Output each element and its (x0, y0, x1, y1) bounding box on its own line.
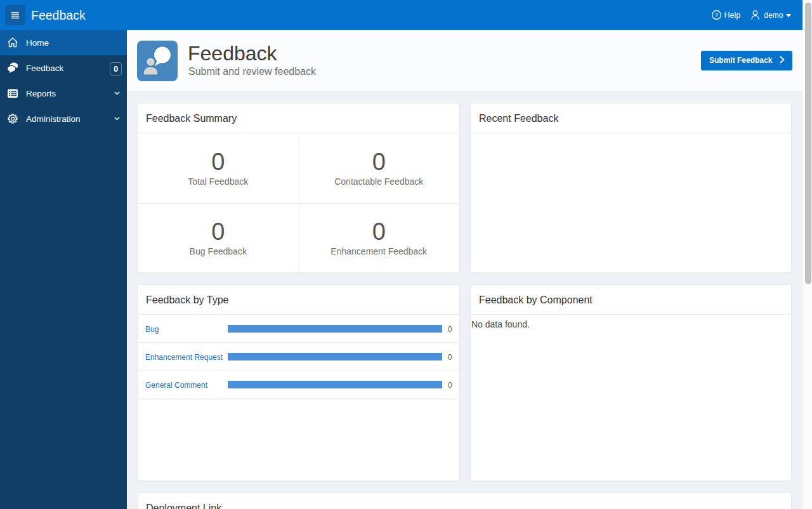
svg-text:?: ? (715, 11, 718, 18)
